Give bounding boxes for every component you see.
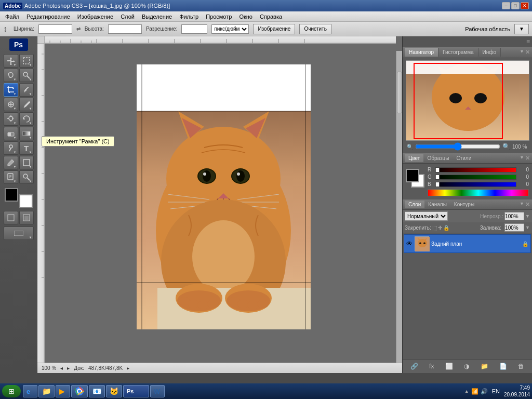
zoom-navigate-icon[interactable]: ◂ [60,365,63,371]
opacity-input[interactable] [504,212,524,220]
taskbar-ie-button[interactable]: e [23,385,37,397]
background-color-swatch[interactable] [19,194,33,208]
brush-tool-button[interactable]: ▼ [19,98,34,111]
taskbar-image-button[interactable]: 🐱 [106,385,122,397]
marquee-tool-button[interactable]: ▼ [19,54,34,68]
resolution-unit-select[interactable]: пикс/дюйм пикс/см [211,24,249,34]
lock-position-icon[interactable]: ✛ [438,225,442,231]
standard-mode-button[interactable] [4,211,18,224]
layer-fx-button[interactable]: fx [427,362,436,371]
menu-item-window[interactable]: Окно [236,12,256,21]
taskbar-media-button[interactable]: ▶ [56,385,70,397]
layer-row[interactable]: 👁 Задний план 🔒 [404,234,531,253]
gradient-tool-button[interactable]: ▼ [19,127,34,140]
taskbar-word-button[interactable]: W [150,385,165,397]
lock-pixel-icon[interactable]: ⬚ [432,225,437,231]
quick-select-tool-button[interactable]: ▼ [19,69,34,82]
menu-item-file[interactable]: Файл [2,12,22,21]
screen-mode-button[interactable]: ▼ [4,227,34,240]
minimize-button[interactable]: – [502,2,510,9]
menu-item-edit[interactable]: Редактирование [23,12,73,21]
color-spectrum[interactable] [428,189,529,196]
vertical-scrollbar[interactable] [396,51,402,367]
workspace-button[interactable]: ▼ [514,24,529,34]
tab-channels[interactable]: Каналы [424,201,450,208]
fill-input[interactable] [504,223,524,232]
layers-panel-close[interactable]: ✕ [525,201,530,208]
systray-up-arrow[interactable]: ▲ [464,389,469,394]
menu-item-help[interactable]: Справка [257,12,285,21]
width-input[interactable] [38,24,72,34]
zoom-slider[interactable] [415,143,500,150]
doc-size-nav[interactable]: ▸ [127,365,129,371]
canvas-scroll-area[interactable] [45,44,402,373]
history-tool-button[interactable]: ▼ [19,112,34,126]
eraser-tool-button[interactable]: ▼ [4,127,18,140]
zoom-navigate-icon-right[interactable]: ▸ [67,365,70,371]
clone-tool-button[interactable]: ▼ [4,112,18,126]
layer-visibility-icon[interactable]: 👁 [406,240,413,247]
foreground-color-swatch[interactable] [5,188,18,202]
close-button[interactable]: ✕ [521,2,529,9]
fg-color-box[interactable] [406,169,419,182]
menu-item-layer[interactable]: Слой [117,12,138,21]
dodge-tool-button[interactable]: ▼ [4,141,18,155]
height-input[interactable] [108,24,142,34]
crop-tool-button[interactable]: ▼ [4,83,18,97]
blend-mode-select[interactable]: Нормальный Умножение Экран [405,211,448,221]
zoom-tool-button[interactable]: ▼ [19,170,34,184]
start-button[interactable]: ⊞ [2,385,21,397]
zoom-out-icon[interactable]: 🔍 [407,144,413,150]
vertical-scrollbar-thumb[interactable] [397,72,402,113]
panel-options-icon[interactable]: ▼ [520,49,524,56]
zoom-in-icon[interactable]: 🔍 [502,143,510,150]
r-channel-bar[interactable] [435,167,516,172]
menu-item-filter[interactable]: Фильтр [176,12,202,21]
navigator-preview[interactable] [406,60,529,141]
tab-styles[interactable]: Стили [453,154,475,162]
taskbar-photoshop-button[interactable]: Ps [123,385,149,397]
panels-expand-icon[interactable]: ≡ [526,38,530,45]
layers-panel-options[interactable]: ▼ [520,201,524,208]
tab-info[interactable]: Инфо [478,48,501,57]
tab-paths[interactable]: Контуры [450,201,478,208]
maximize-button[interactable]: □ [511,2,520,9]
layer-link-button[interactable]: 🔗 [408,362,420,371]
menu-item-select[interactable]: Выделение [139,12,175,21]
g-channel-bar[interactable] [435,175,516,180]
tab-samples[interactable]: Образцы [423,154,453,162]
tab-layers[interactable]: Слои [405,201,424,208]
tab-navigator[interactable]: Навигатор [405,48,438,57]
layer-new-button[interactable]: 📄 [497,362,509,371]
tab-color[interactable]: Цвет [405,154,423,162]
eyedropper-tool-button[interactable]: ▼ [19,83,34,97]
layer-delete-button[interactable]: 🗑 [516,362,526,371]
taskbar-chrome-button[interactable] [71,385,88,397]
panel-close-icon[interactable]: ✕ [525,49,530,56]
image-button[interactable]: Изображение [253,24,295,34]
taskbar-explorer-button[interactable]: 📁 [38,385,55,397]
text-tool-button[interactable]: T ▼ [19,141,34,155]
shape-tool-button[interactable]: ▼ [19,156,34,169]
move-tool-button[interactable]: ▼ [4,54,18,68]
pen-tool-button[interactable]: ▼ [4,156,18,169]
clear-button[interactable]: Очистить [299,24,331,34]
taskbar-mail-button[interactable]: 📧 [89,385,105,397]
opacity-dropdown[interactable]: ▼ [525,214,530,219]
color-panel-options[interactable]: ▼ [520,155,524,162]
b-channel-bar[interactable] [435,182,516,187]
fill-dropdown[interactable]: ▼ [525,225,530,230]
quickmask-mode-button[interactable] [19,211,34,224]
lock-all-icon[interactable]: 🔒 [443,225,449,231]
menu-item-image[interactable]: Изображение [74,12,116,21]
menu-item-view[interactable]: Просмотр [203,12,235,21]
tab-histogram[interactable]: Гистограмма [438,48,478,57]
notes-tool-button[interactable]: ▼ [4,170,18,184]
lasso-tool-button[interactable]: ▼ [4,69,18,82]
resolution-input[interactable] [181,24,207,34]
layer-group-button[interactable]: 📁 [478,362,490,371]
layer-adjust-button[interactable]: ◑ [462,362,471,371]
color-panel-close[interactable]: ✕ [525,155,530,162]
layer-mask-button[interactable]: ⬜ [443,362,455,371]
heal-tool-button[interactable]: ▼ [4,98,18,111]
